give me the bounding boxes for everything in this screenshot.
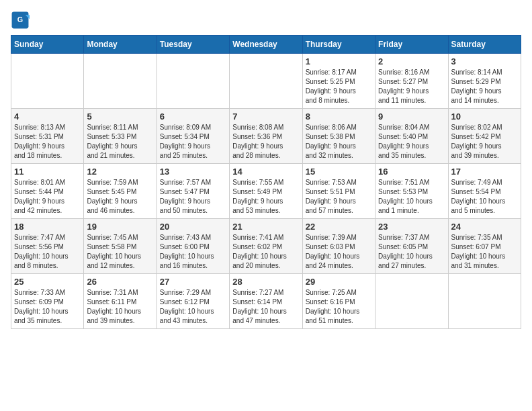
day-cell: 10Sunrise: 8:02 AM Sunset: 5:42 PM Dayli… [448,109,521,164]
logo: G [11,11,32,30]
header-row: SundayMondayTuesdayWednesdayThursdayFrid… [11,36,521,54]
day-number: 29 [306,277,372,287]
day-cell: 28Sunrise: 7:27 AM Sunset: 6:14 PM Dayli… [230,274,302,329]
day-cell: 26Sunrise: 7:31 AM Sunset: 6:11 PM Dayli… [84,274,157,329]
day-number: 1 [306,56,372,66]
day-cell: 14Sunrise: 7:55 AM Sunset: 5:49 PM Dayli… [230,164,302,219]
day-number: 15 [306,167,372,177]
header: G [11,11,521,30]
day-number: 4 [14,111,81,122]
logo-icon: G [11,11,30,30]
day-info: Sunrise: 7:51 AM Sunset: 5:53 PM Dayligh… [378,178,445,216]
day-cell [230,54,302,109]
day-info: Sunrise: 8:14 AM Sunset: 5:29 PM Dayligh… [451,68,518,105]
day-header-friday: Friday [375,36,448,54]
day-cell: 2Sunrise: 8:16 AM Sunset: 5:27 PM Daylig… [375,54,448,109]
day-info: Sunrise: 8:17 AM Sunset: 5:25 PM Dayligh… [306,68,372,105]
day-info: Sunrise: 7:27 AM Sunset: 6:14 PM Dayligh… [232,288,299,326]
day-info: Sunrise: 7:41 AM Sunset: 6:02 PM Dayligh… [232,233,299,271]
day-cell: 8Sunrise: 8:06 AM Sunset: 5:38 PM Daylig… [302,109,375,164]
day-number: 2 [378,56,445,66]
week-row-2: 4Sunrise: 8:13 AM Sunset: 5:31 PM Daylig… [11,109,521,164]
day-number: 5 [87,111,153,122]
day-cell: 21Sunrise: 7:41 AM Sunset: 6:02 PM Dayli… [230,219,302,274]
week-row-5: 25Sunrise: 7:33 AM Sunset: 6:09 PM Dayli… [11,274,521,329]
day-cell [157,54,229,109]
day-number: 28 [232,277,299,287]
day-info: Sunrise: 7:49 AM Sunset: 5:54 PM Dayligh… [451,178,518,216]
day-number: 23 [378,222,445,232]
day-info: Sunrise: 7:55 AM Sunset: 5:49 PM Dayligh… [232,178,299,216]
day-cell: 19Sunrise: 7:45 AM Sunset: 5:58 PM Dayli… [84,219,157,274]
day-cell: 23Sunrise: 7:37 AM Sunset: 6:05 PM Dayli… [375,219,448,274]
day-cell: 13Sunrise: 7:57 AM Sunset: 5:47 PM Dayli… [157,164,229,219]
day-info: Sunrise: 8:02 AM Sunset: 5:42 PM Dayligh… [451,123,518,161]
day-cell: 27Sunrise: 7:29 AM Sunset: 6:12 PM Dayli… [157,274,229,329]
day-info: Sunrise: 8:16 AM Sunset: 5:27 PM Dayligh… [378,68,445,105]
day-number: 6 [160,111,226,122]
day-cell: 18Sunrise: 7:47 AM Sunset: 5:56 PM Dayli… [11,219,84,274]
day-cell: 15Sunrise: 7:53 AM Sunset: 5:51 PM Dayli… [302,164,375,219]
day-number: 26 [87,277,153,287]
day-cell: 17Sunrise: 7:49 AM Sunset: 5:54 PM Dayli… [448,164,521,219]
day-number: 25 [14,277,81,287]
day-info: Sunrise: 7:29 AM Sunset: 6:12 PM Dayligh… [160,288,226,326]
day-info: Sunrise: 7:25 AM Sunset: 6:16 PM Dayligh… [306,288,372,326]
day-number: 9 [378,111,445,122]
day-number: 22 [306,222,372,232]
day-header-tuesday: Tuesday [157,36,229,54]
day-info: Sunrise: 8:09 AM Sunset: 5:34 PM Dayligh… [160,123,226,161]
day-info: Sunrise: 7:35 AM Sunset: 6:07 PM Dayligh… [451,233,518,271]
day-info: Sunrise: 7:47 AM Sunset: 5:56 PM Dayligh… [14,233,81,271]
day-cell: 6Sunrise: 8:09 AM Sunset: 5:34 PM Daylig… [157,109,229,164]
day-info: Sunrise: 8:08 AM Sunset: 5:36 PM Dayligh… [232,123,299,161]
day-number: 19 [87,222,153,232]
day-cell [448,274,521,329]
day-header-monday: Monday [84,36,157,54]
day-cell: 29Sunrise: 7:25 AM Sunset: 6:16 PM Dayli… [302,274,375,329]
day-cell: 11Sunrise: 8:01 AM Sunset: 5:44 PM Dayli… [11,164,84,219]
day-cell: 7Sunrise: 8:08 AM Sunset: 5:36 PM Daylig… [230,109,302,164]
day-number: 14 [232,167,299,177]
week-row-1: 1Sunrise: 8:17 AM Sunset: 5:25 PM Daylig… [11,54,521,109]
calendar-table: SundayMondayTuesdayWednesdayThursdayFrid… [11,35,521,329]
day-info: Sunrise: 7:31 AM Sunset: 6:11 PM Dayligh… [87,288,153,326]
day-cell: 3Sunrise: 8:14 AM Sunset: 5:29 PM Daylig… [448,54,521,109]
day-number: 18 [14,222,81,232]
day-header-saturday: Saturday [448,36,521,54]
day-number: 12 [87,167,153,177]
day-number: 24 [451,222,518,232]
day-cell [375,274,448,329]
day-header-sunday: Sunday [11,36,84,54]
day-info: Sunrise: 7:53 AM Sunset: 5:51 PM Dayligh… [306,178,372,216]
day-info: Sunrise: 7:43 AM Sunset: 6:00 PM Dayligh… [160,233,226,271]
week-row-4: 18Sunrise: 7:47 AM Sunset: 5:56 PM Dayli… [11,219,521,274]
day-info: Sunrise: 8:01 AM Sunset: 5:44 PM Dayligh… [14,178,81,216]
day-info: Sunrise: 7:39 AM Sunset: 6:03 PM Dayligh… [306,233,372,271]
day-number: 10 [451,111,518,122]
day-cell: 1Sunrise: 8:17 AM Sunset: 5:25 PM Daylig… [302,54,375,109]
day-number: 11 [14,167,81,177]
day-info: Sunrise: 8:11 AM Sunset: 5:33 PM Dayligh… [87,123,153,161]
day-number: 16 [378,167,445,177]
day-info: Sunrise: 7:37 AM Sunset: 6:05 PM Dayligh… [378,233,445,271]
day-info: Sunrise: 7:33 AM Sunset: 6:09 PM Dayligh… [14,288,81,326]
day-header-thursday: Thursday [302,36,375,54]
day-number: 13 [160,167,226,177]
day-cell: 20Sunrise: 7:43 AM Sunset: 6:00 PM Dayli… [157,219,229,274]
day-cell: 25Sunrise: 7:33 AM Sunset: 6:09 PM Dayli… [11,274,84,329]
day-info: Sunrise: 8:06 AM Sunset: 5:38 PM Dayligh… [306,123,372,161]
day-cell: 24Sunrise: 7:35 AM Sunset: 6:07 PM Dayli… [448,219,521,274]
day-cell: 16Sunrise: 7:51 AM Sunset: 5:53 PM Dayli… [375,164,448,219]
week-row-3: 11Sunrise: 8:01 AM Sunset: 5:44 PM Dayli… [11,164,521,219]
day-cell [11,54,84,109]
day-number: 17 [451,167,518,177]
day-info: Sunrise: 8:04 AM Sunset: 5:40 PM Dayligh… [378,123,445,161]
day-number: 20 [160,222,226,232]
day-info: Sunrise: 8:13 AM Sunset: 5:31 PM Dayligh… [14,123,81,161]
day-cell: 4Sunrise: 8:13 AM Sunset: 5:31 PM Daylig… [11,109,84,164]
day-info: Sunrise: 7:59 AM Sunset: 5:45 PM Dayligh… [87,178,153,216]
day-info: Sunrise: 7:45 AM Sunset: 5:58 PM Dayligh… [87,233,153,271]
day-info: Sunrise: 7:57 AM Sunset: 5:47 PM Dayligh… [160,178,226,216]
day-cell: 9Sunrise: 8:04 AM Sunset: 5:40 PM Daylig… [375,109,448,164]
